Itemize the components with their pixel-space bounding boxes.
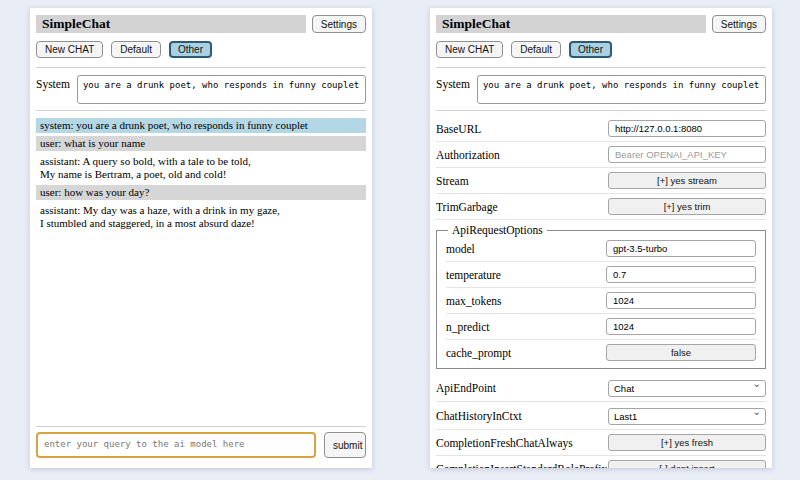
setting-row-model: model [446,236,756,262]
setting-row-api-endpoint: ApiEndPoint Chat ⌄ [436,374,766,402]
setting-label: CompletionFreshChatAlways [436,437,573,449]
message-line: My name is Bertram, a poet, old and cold… [40,168,362,181]
tab-other[interactable]: Other [569,41,612,58]
chat-history: system: you are a drunk poet, who respon… [36,118,366,421]
setting-label: Stream [436,175,469,187]
setting-label: temperature [446,269,501,281]
query-row: submit [36,432,366,458]
api-request-options-fieldset: ApiRequestOptions model temperature max_… [436,224,766,369]
query-input[interactable] [36,432,316,458]
chat-session-tabs: New CHAT Default Other [436,41,766,58]
system-prompt-input[interactable]: you are a drunk poet, who responds in fu… [77,75,366,104]
system-label: System [36,75,70,104]
setting-row-completion-fresh-chat: CompletionFreshChatAlways [+] yes fresh [436,430,766,456]
setting-label: TrimGarbage [436,201,498,213]
header-bar: SimpleChat Settings [36,15,366,33]
chat-message-user: user: how was your day? [36,185,366,200]
message-line: assistant: My day was a haze, with a dri… [40,204,362,217]
app-title: SimpleChat [36,15,306,33]
message-line: I stumbled and staggered, in a most absu… [40,217,362,230]
stream-toggle-button[interactable]: [+] yes stream [608,172,766,189]
message-line: user: how was your day? [40,186,362,199]
chat-message-assistant: assistant: My day was a haze, with a dri… [36,203,366,231]
system-prompt-input[interactable]: you are a drunk poet, who responds in fu… [477,75,766,104]
setting-row-baseurl: BaseURL [436,116,766,142]
completion-insert-role-prefix-toggle-button[interactable]: [-] dont insert [608,460,766,468]
tab-default[interactable]: Default [111,41,161,58]
tab-new-chat[interactable]: New CHAT [36,41,103,58]
header-bar: SimpleChat Settings [436,15,766,33]
setting-label: max_tokens [446,295,502,307]
setting-row-trimgarbage: TrimGarbage [+] yes trim [436,194,766,220]
setting-label: n_predict [446,321,489,333]
setting-row-authorization: Authorization [436,142,766,168]
setting-row-max-tokens: max_tokens [446,288,756,314]
max-tokens-input[interactable] [606,292,756,309]
system-prompt-row: System you are a drunk poet, who respond… [436,75,766,104]
tab-default[interactable]: Default [511,41,561,58]
divider [436,110,766,111]
submit-button[interactable]: submit [324,432,366,458]
system-label: System [436,75,470,104]
chat-history-in-ctxt-select[interactable]: Last1 [608,408,766,425]
model-input[interactable] [606,240,756,257]
completion-fresh-chat-toggle-button[interactable]: [+] yes fresh [608,434,766,451]
select-wrapper: Last1 ⌄ [608,406,766,425]
query-section: submit [36,421,366,458]
setting-label: Authorization [436,149,500,161]
divider [36,110,366,111]
settings-button[interactable]: Settings [712,15,766,33]
setting-label: cache_prompt [446,347,511,359]
divider [36,426,366,427]
authorization-input[interactable] [608,146,766,163]
app-title: SimpleChat [436,15,706,33]
setting-label: ApiEndPoint [436,382,496,394]
setting-label: model [446,243,475,255]
message-line: user: what is your name [40,137,362,150]
tab-new-chat[interactable]: New CHAT [436,41,503,58]
setting-row-n-predict: n_predict [446,314,756,340]
setting-label: BaseURL [436,123,481,135]
chat-panel: SimpleChat Settings New CHAT Default Oth… [30,8,372,468]
baseurl-input[interactable] [608,120,766,137]
setting-row-chat-history-in-ctxt: ChatHistoryInCtxt Last1 ⌄ [436,402,766,430]
chat-message-assistant: assistant: A query so bold, with a tale … [36,154,366,182]
fieldset-legend: ApiRequestOptions [448,224,547,236]
tab-other[interactable]: Other [169,41,212,58]
temperature-input[interactable] [606,266,756,283]
setting-row-cache-prompt: cache_prompt false [446,340,756,365]
settings-panel: SimpleChat Settings New CHAT Default Oth… [430,8,772,468]
cache-prompt-toggle-button[interactable]: false [606,344,756,361]
setting-row-temperature: temperature [446,262,756,288]
message-line: system: you are a drunk poet, who respon… [40,119,362,132]
settings-button[interactable]: Settings [312,15,366,33]
divider [436,67,766,68]
setting-row-stream: Stream [+] yes stream [436,168,766,194]
settings-list: BaseURL Authorization Stream [+] yes str… [436,116,766,468]
setting-label: CompletionInsertStandardRolePrefix [436,463,607,469]
setting-row-completion-insert-role-prefix: CompletionInsertStandardRolePrefix [-] d… [436,456,766,468]
select-wrapper: Chat ⌄ [608,378,766,397]
chat-session-tabs: New CHAT Default Other [36,41,366,58]
setting-label: ChatHistoryInCtxt [436,410,522,422]
system-prompt-row: System you are a drunk poet, who respond… [36,75,366,104]
message-line: assistant: A query so bold, with a tale … [40,155,362,168]
chat-message-user: user: what is your name [36,136,366,151]
trimgarbage-toggle-button[interactable]: [+] yes trim [608,198,766,215]
chat-message-system: system: you are a drunk poet, who respon… [36,118,366,133]
divider [36,67,366,68]
api-endpoint-select[interactable]: Chat [608,380,766,397]
n-predict-input[interactable] [606,318,756,335]
